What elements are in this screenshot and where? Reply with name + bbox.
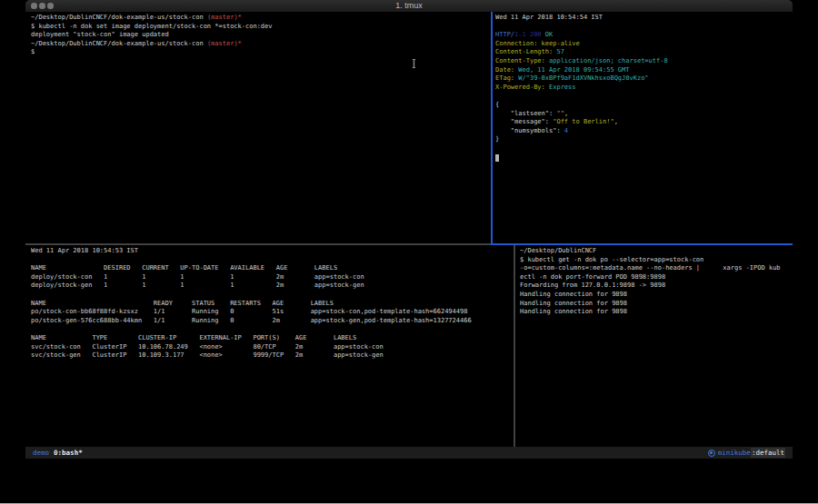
tmux-status-bar: demo 0:bash* minikube :default	[25, 447, 793, 459]
terminal-line: -o=custom-columns=:metadata.name --no-he…	[520, 264, 791, 273]
pane-top-right-active[interactable]: Wed 11 Apr 2018 10:54:54 IST HTTP/1.1 20…	[495, 14, 791, 242]
kube-namespace: :default	[751, 448, 785, 458]
terminal-line: Date: Wed, 11 Apr 2018 09:54:55 GMT	[495, 66, 791, 75]
terminal-line: svc/stock-con ClusterIP 10.106.78.249 <n…	[31, 343, 512, 352]
terminal-line: ectl -n dok port-forward POD 9898:9898	[520, 273, 791, 282]
text-cursor	[495, 154, 499, 162]
terminal-line: Handling connection for 9898	[520, 300, 791, 309]
terminal-line: $ kubectl get -n dok po --selector=app=s…	[520, 256, 791, 265]
terminal-line: ~/Desktop/DublinCNCF/dok-example-us/stoc…	[31, 14, 489, 23]
terminal-window: 1. tmux ~/Desktop/DublinCNCF/dok-example…	[25, 0, 793, 459]
terminal-line: deploy/stock-con 1 1 1 1 2m app=stock-co…	[31, 273, 512, 282]
pane-bottom-left[interactable]: Wed 11 Apr 2018 10:54:53 IST NAME DESIRE…	[31, 247, 512, 447]
window-tab-bash[interactable]: 0:bash*	[54, 449, 83, 457]
screen: 1. tmux ~/Desktop/DublinCNCF/dok-example…	[0, 0, 818, 504]
terminal-line: po/stock-con-bb68f88fd-kzsxz 1/1 Running…	[31, 308, 512, 317]
terminal-line: NAME DESIRED CURRENT UP-TO-DATE AVAILABL…	[31, 264, 512, 273]
terminal-line: NAME READY STATUS RESTARTS AGE LABELS	[31, 300, 512, 309]
terminal-line	[495, 153, 791, 163]
terminal-line: "numsymbols": 4	[495, 127, 791, 136]
terminal-line: Content-Type: application/json; charset=…	[495, 57, 791, 66]
terminal-line: Handling connection for 9898	[520, 308, 791, 317]
terminal-line: Forwarding from 127.0.0.1:9898 -> 9898	[520, 282, 791, 291]
terminal-line: deployment "stock-con" image updated	[31, 31, 489, 40]
terminal-line	[31, 256, 512, 265]
kubernetes-wheel-icon	[708, 450, 715, 457]
title-bar[interactable]: 1. tmux	[25, 0, 793, 13]
terminal-line: {	[495, 101, 791, 110]
status-right: minikube :default	[708, 448, 785, 458]
terminal-line: NAME TYPE CLUSTER-IP EXTERNAL-IP PORT(S)…	[31, 334, 512, 343]
pane-border-vertical-top-active[interactable]	[491, 12, 493, 244]
terminal-line	[495, 23, 791, 32]
terminal-line: Wed 11 Apr 2018 10:54:54 IST	[495, 14, 791, 23]
window-title: 1. tmux	[25, 1, 793, 10]
terminal-line: ~/Desktop/DublinCNCF	[520, 247, 791, 256]
pane-border-vertical-bottom[interactable]	[514, 245, 515, 447]
terminal-line: HTTP/1.1 200 OK	[495, 31, 791, 40]
terminal-line: Wed 11 Apr 2018 10:54:53 IST	[31, 247, 512, 256]
terminal-line: ~/Desktop/DublinCNCF/dok-example-us/stoc…	[31, 40, 489, 49]
terminal-line: X-Powered-By: Express	[495, 84, 791, 93]
terminal-line: Connection: keep-alive	[495, 40, 791, 49]
terminal-line	[495, 144, 791, 153]
terminal-line: Handling connection for 9898	[520, 291, 791, 300]
terminal-line: "message": "Off to Berlin!",	[495, 118, 791, 127]
pane-border-horizontal-left[interactable]	[25, 243, 491, 245]
status-left: demo 0:bash*	[33, 449, 83, 457]
pane-bottom-right[interactable]: ~/Desktop/DublinCNCF$ kubectl get -n dok…	[520, 247, 791, 447]
terminal-line	[495, 92, 791, 101]
pane-top-left[interactable]: ~/Desktop/DublinCNCF/dok-example-us/stoc…	[31, 14, 489, 242]
terminal-line: $	[31, 48, 489, 57]
terminal-line: Content-Length: 57	[495, 48, 791, 57]
terminal-line: po/stock-gen-576cc688bb-44kmn 1/1 Runnin…	[31, 317, 512, 326]
pane-border-horizontal-right-active[interactable]	[491, 243, 793, 245]
kube-context: minikube	[718, 449, 751, 457]
terminal-line: $ kubectl -n dok set image deployment/st…	[31, 23, 489, 32]
tmux-session: ~/Desktop/DublinCNCF/dok-example-us/stoc…	[25, 12, 793, 447]
terminal-line: ETag: W/"39-0xBPf9aF1dXVNkhsxoBQgJ8vKzo"	[495, 74, 791, 84]
terminal-line: "lastseen": "",	[495, 110, 791, 119]
terminal-line	[31, 325, 512, 334]
terminal-line: svc/stock-gen ClusterIP 10.109.3.177 <no…	[31, 351, 512, 361]
session-name: demo	[33, 449, 49, 457]
terminal-line: deploy/stock-gen 1 1 1 1 2m app=stock-ge…	[31, 282, 512, 291]
terminal-line	[31, 291, 512, 300]
mouse-cursor-ibeam-icon: I	[412, 58, 416, 71]
terminal-line: }	[495, 135, 791, 144]
